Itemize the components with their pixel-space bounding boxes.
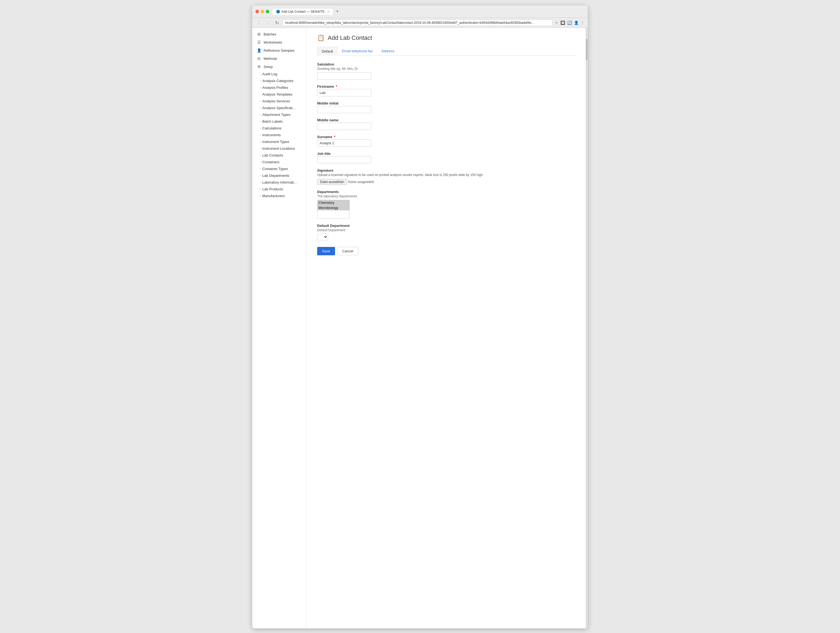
reference-samples-icon: 👤 — [257, 48, 261, 52]
tab-email-telephone-fax[interactable]: Email telephone fax — [338, 47, 377, 55]
signature-section: Signature Upload a scanned signature to … — [317, 168, 577, 185]
minimize-button[interactable] — [261, 10, 264, 13]
default-department-group: Default Department Default Department Ch… — [317, 224, 577, 241]
sidebar-item-analysis-categories[interactable]: › Analysis Categories — [252, 78, 306, 84]
address-input[interactable] — [282, 19, 553, 26]
choose-file-button[interactable]: Datei auswählen — [317, 179, 347, 185]
middle-name-input[interactable] — [317, 123, 371, 130]
sidebar-label-instrument-types: Instrument Types — [262, 140, 289, 144]
bookmark-icon[interactable]: ☆ — [555, 21, 558, 25]
new-tab-button[interactable]: + — [335, 9, 340, 14]
sidebar-item-instrument-types[interactable]: › Instrument Types — [252, 138, 306, 145]
sync-icon[interactable]: 🔄 — [567, 21, 572, 25]
surname-input[interactable] — [317, 139, 371, 147]
sidebar-item-lab-contacts[interactable]: › Lab Contacts — [252, 152, 306, 159]
departments-label: Departments — [317, 190, 577, 194]
file-input-row: Datei auswählen Keine ausgewählt — [317, 179, 577, 185]
dept-option-chemistry[interactable]: Chemistry — [317, 200, 349, 205]
sidebar-item-audit-log[interactable]: › Audit Log — [252, 71, 306, 78]
sidebar-item-laboratory-information[interactable]: › Laboratory Informati... — [252, 179, 306, 186]
tab-title: Add Lab Contact — SENAITE — [281, 10, 324, 14]
sidebar-item-containers[interactable]: › Containers — [252, 159, 306, 165]
batch-labels-chevron: › — [260, 120, 261, 123]
default-department-hint: Default Department — [317, 228, 577, 232]
salutation-input[interactable] — [317, 72, 371, 79]
sidebar-item-container-types[interactable]: › Container Types — [252, 165, 306, 172]
scroll-thumb[interactable] — [586, 39, 587, 60]
sidebar-item-analysis-profiles[interactable]: › Analysis Profiles — [252, 84, 306, 91]
user-icon[interactable]: 👤 — [574, 21, 579, 25]
main-wrapper: 📋 Add Lab Contact Default Email telephon… — [306, 28, 588, 628]
sidebar-item-batches[interactable]: ⊞ Batches — [252, 30, 306, 38]
sidebar-item-calculations[interactable]: › Calculations — [252, 125, 306, 131]
browser-tab[interactable]: 🔵 Add Lab Contact — SENAITE ✕ — [272, 8, 334, 15]
sidebar-item-manufacturers[interactable]: › Manufacturers — [252, 193, 306, 199]
sidebar-label-methods: Methods — [264, 57, 277, 61]
sidebar-label-reference-samples: Reference Samples — [264, 49, 294, 52]
main-content: 📋 Add Lab Contact Default Email telephon… — [306, 28, 588, 262]
analysis-services-chevron: › — [260, 100, 261, 103]
sidebar-item-reference-samples[interactable]: 👤 Reference Samples — [252, 46, 306, 54]
sidebar-label-analysis-categories: Analysis Categories — [262, 79, 293, 83]
page-title: Add Lab Contact — [328, 34, 372, 41]
sidebar-item-instruments[interactable]: › Instruments — [252, 131, 306, 138]
sidebar-item-analysis-specifications[interactable]: › Analysis Specificati... — [252, 104, 306, 111]
dept-option-microbiology[interactable]: Microbiology — [317, 205, 349, 210]
sidebar-label-calculations: Calculations — [262, 126, 281, 130]
sidebar-item-lab-departments[interactable]: › Lab Departments — [252, 172, 306, 179]
sidebar-label-lab-departments: Lab Departments — [262, 174, 289, 177]
default-department-select[interactable]: Chemistry Microbiology — [317, 234, 328, 241]
sidebar-item-analysis-services[interactable]: › Analysis Services — [252, 98, 306, 104]
middle-name-group: Middle name — [317, 118, 577, 130]
methods-icon: ⊟ — [257, 56, 261, 61]
sidebar-label-analysis-specifications: Analysis Specificati... — [262, 106, 295, 110]
reload-button[interactable]: ↻ — [274, 20, 280, 26]
middle-initial-label: Middle initial — [317, 101, 577, 105]
sidebar-item-attachment-types[interactable]: › Attachment Types — [252, 111, 306, 118]
maximize-button[interactable] — [266, 10, 269, 13]
departments-listbox[interactable]: Chemistry Microbiology — [317, 200, 350, 219]
forward-button[interactable]: → — [265, 20, 272, 26]
traffic-lights — [256, 10, 269, 13]
job-title-input[interactable] — [317, 156, 371, 163]
extensions-icon[interactable]: 🔲 — [561, 21, 565, 25]
sidebar-item-batch-labels[interactable]: › Batch Labels — [252, 118, 306, 125]
sidebar-label-manufacturers: Manufacturers — [262, 194, 285, 198]
sidebar-item-setup[interactable]: ⚙ Setup — [252, 63, 306, 71]
instrument-types-chevron: › — [260, 140, 261, 143]
sidebar-item-lab-products[interactable]: › Lab Products — [252, 186, 306, 193]
manufacturers-chevron: › — [260, 195, 261, 197]
sidebar-label-instrument-locations: Instrument Locations — [262, 147, 295, 150]
lab-contacts-chevron: › — [260, 154, 261, 157]
tab-favicon: 🔵 — [276, 10, 280, 14]
analysis-templates-chevron: › — [260, 93, 261, 96]
analysis-profiles-chevron: › — [260, 86, 261, 89]
menu-icon[interactable]: ⋮ — [581, 21, 584, 25]
salutation-group: Salutation Greeting title eg. Mr, Mrs, D… — [317, 62, 577, 79]
sidebar-label-attachment-types: Attachment Types — [262, 112, 291, 117]
back-button[interactable]: ← — [256, 20, 262, 26]
instrument-locations-chevron: › — [260, 147, 261, 150]
sidebar-label-containers: Containers — [262, 160, 279, 164]
sidebar-item-methods[interactable]: ⊟ Methods — [252, 54, 306, 63]
middle-initial-input[interactable] — [317, 106, 371, 113]
analysis-specifications-chevron: › — [260, 106, 261, 109]
sidebar-item-instrument-locations[interactable]: › Instrument Locations — [252, 145, 306, 152]
tab-bar: 🔵 Add Lab Contact — SENAITE ✕ + — [272, 8, 584, 15]
salutation-hint: Greeting title eg. Mr, Mrs, Dr — [317, 67, 577, 71]
save-button[interactable]: Save — [317, 247, 335, 255]
cancel-button[interactable]: Cancel — [337, 247, 358, 255]
sidebar-item-worksheets[interactable]: ☰ Worksheets — [252, 38, 306, 46]
form-tabs: Default Email telephone fax Address — [317, 47, 577, 56]
sidebar-item-analysis-templates[interactable]: › Analysis Templates — [252, 91, 306, 98]
tab-close-icon[interactable]: ✕ — [327, 10, 330, 14]
job-title-label: Job title — [317, 152, 577, 156]
tab-default[interactable]: Default — [317, 47, 338, 56]
laboratory-information-chevron: › — [260, 181, 261, 184]
sidebar-label-analysis-templates: Analysis Templates — [262, 92, 292, 97]
tab-address[interactable]: Address — [377, 47, 399, 55]
instruments-chevron: › — [260, 133, 261, 136]
close-button[interactable] — [256, 10, 259, 13]
firstname-input[interactable] — [317, 89, 371, 97]
attachment-types-chevron: › — [260, 113, 261, 116]
